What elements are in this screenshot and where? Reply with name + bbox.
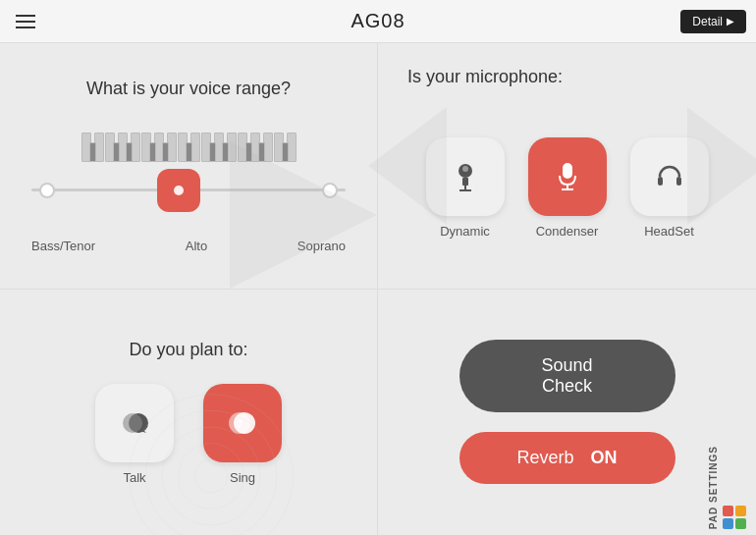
label-alto: Alto [186,239,207,253]
action-quadrant: Sound Check Reverb ON PAD SETTINGS [378,290,756,536]
dynamic-icon-box[interactable] [426,137,505,216]
mic-option-dynamic[interactable]: Dynamic [426,137,505,239]
condenser-icon-box[interactable] [528,137,607,216]
sing-label: Sing [230,470,255,485]
svg-text:♪: ♪ [236,414,243,431]
piano-key [162,142,169,162]
piano-key [149,142,156,162]
pad-cell-2 [735,506,746,516]
slider-thumb-dot [174,186,184,195]
piano-key [222,142,229,162]
piano-key [186,142,192,162]
mic-option-condenser[interactable]: Condenser [528,137,607,239]
condenser-mic-icon [550,159,585,194]
app-title: AG08 [351,10,405,32]
slider-left-handle[interactable] [39,183,55,198]
plan-option-talk[interactable]: Talk [95,384,174,485]
dynamic-mic-icon [448,159,483,194]
talk-label: Talk [123,470,145,485]
sound-check-button[interactable]: Sound Check [459,340,675,412]
pad-settings-label: PAD SETTINGS [708,446,719,529]
pad-cell-4 [735,518,746,529]
plan-title: Do you plan to: [129,340,247,360]
piano-key [245,142,252,162]
mic-option-headset[interactable]: HeadSet [630,137,709,239]
talk-icon-box[interactable] [95,384,174,462]
svg-rect-7 [563,163,572,179]
pad-cell-1 [723,506,733,516]
piano-key [113,142,120,162]
main-grid: What is your voice range? [0,43,756,535]
headset-icon-box[interactable] [630,137,709,216]
svg-point-6 [462,166,468,172]
reverb-state: ON [591,448,618,468]
talk-icon [115,403,154,443]
piano-key [258,142,265,162]
plan-options: Talk ♪ Sing [95,384,282,485]
microphone-title: Is your microphone: [407,67,727,87]
reverb-label: Reverb [516,448,573,468]
label-soprano: Soprano [297,239,346,253]
svg-rect-3 [462,178,468,186]
action-buttons: Sound Check Reverb ON [459,340,675,484]
detail-arrow-icon: ▶ [727,16,734,27]
voice-range-quadrant: What is your voice range? [0,43,378,290]
sing-icon: ♪ [223,403,262,443]
piano-key [89,142,96,162]
menu-button[interactable] [16,15,35,28]
headset-label: HeadSet [644,224,694,239]
plan-option-sing[interactable]: ♪ Sing [203,384,282,485]
piano-key [126,142,133,162]
microphone-options: Dynamic Condenser [426,137,709,239]
label-bass-tenor: Bass/Tenor [31,239,95,253]
pad-settings-button[interactable]: PAD SETTINGS [698,440,756,535]
microphone-quadrant: Is your microphone: Dynamic [378,43,756,290]
piano-key [282,142,289,162]
svg-point-19 [123,413,142,433]
slider-thumb[interactable] [157,169,200,212]
piano-keys [31,123,346,162]
detail-button[interactable]: Detail ▶ [680,10,746,33]
plan-quadrant: Do you plan to: Talk [0,290,378,536]
slider-labels: Bass/Tenor Alto Soprano [31,239,346,253]
voice-range-title: What is your voice range? [86,79,291,99]
reverb-button[interactable]: Reverb ON [459,432,675,484]
header: AG08 Detail ▶ [0,0,756,43]
voice-range-slider-container [31,123,346,215]
slider-track[interactable] [31,166,346,215]
headset-icon [652,159,687,194]
condenser-label: Condenser [536,224,599,239]
slider-right-handle[interactable] [322,183,338,198]
svg-rect-11 [676,177,681,186]
detail-label: Detail [692,15,723,28]
sing-icon-box[interactable]: ♪ [203,384,282,462]
pad-cell-3 [723,518,733,529]
svg-rect-10 [658,177,663,186]
pad-grid-icon [723,506,746,529]
dynamic-label: Dynamic [440,224,490,239]
piano-key [209,142,216,162]
